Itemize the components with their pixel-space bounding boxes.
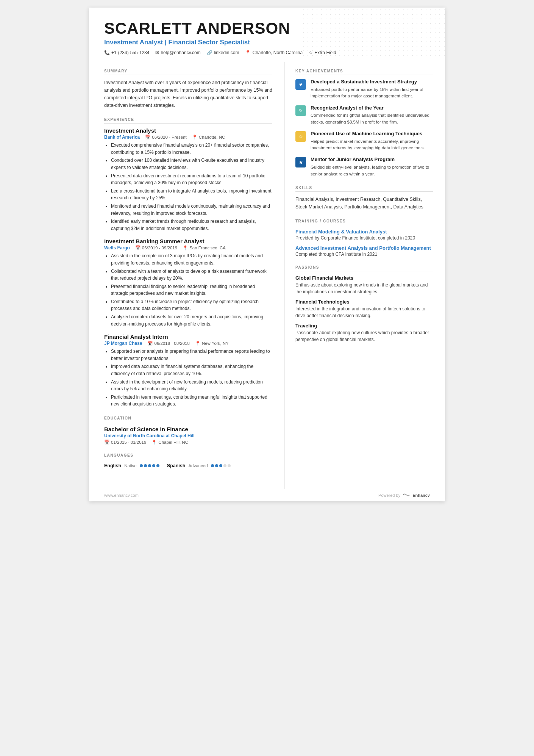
- skills-label: SKILLS: [295, 186, 433, 192]
- job-meta-3: JP Morgan Chase 📅 06/2018 - 08/2018 📍 Ne…: [104, 341, 272, 346]
- achievement-desc-2: Commended for insightful analysis that i…: [311, 112, 433, 125]
- bullet-3-2: Improved data accuracy in financial syst…: [111, 363, 272, 377]
- training-desc-1: Provided by Corporate Finance Institute,…: [295, 235, 433, 241]
- dot-s5: [228, 464, 231, 467]
- passion-2: Financial Technologies Interested in the…: [295, 299, 433, 319]
- training-section: TRAINING / COURSES Financial Modeling & …: [295, 219, 433, 257]
- footer: www.enhancv.com Powered by Enhancv: [89, 489, 445, 501]
- job-company-3: JP Morgan Chase: [104, 341, 142, 346]
- experience-label: EXPERIENCE: [104, 117, 272, 124]
- footer-website: www.enhancv.com: [104, 493, 139, 498]
- education-school: University of North Carolina at Chapel H…: [104, 433, 272, 438]
- training-label: TRAINING / COURSES: [295, 219, 433, 225]
- bullet-3-1: Supported senior analysts in preparing f…: [111, 348, 272, 362]
- achievement-1: ♥ Developed a Sustainable Investment Str…: [295, 79, 433, 99]
- enhancv-logo-icon: [403, 492, 410, 498]
- achievement-desc-4: Guided six entry-level analysts, leading…: [311, 164, 433, 177]
- bullet-1-6: Identified early market trends through m…: [111, 218, 272, 232]
- right-column: KEY ACHIEVEMENTS ♥ Developed a Sustainab…: [285, 62, 445, 489]
- bullet-1-3: Presented data-driven investment recomme…: [111, 172, 272, 186]
- body-content: SUMMARY Investment Analyst with over 4 y…: [89, 62, 445, 489]
- achievement-title-4: Mentor for Junior Analysts Program: [311, 157, 433, 163]
- bullet-3-3: Assisted in the development of new forec…: [111, 379, 272, 393]
- job-title-1: Investment Analyst: [104, 127, 272, 134]
- summary-section: SUMMARY Investment Analyst with over 4 y…: [104, 69, 272, 109]
- bullet-1-1: Executed comprehensive financial analysi…: [111, 142, 272, 156]
- languages-row: English Native Spanish Advanced: [104, 463, 272, 468]
- skills-text: Financial Analysis, Investment Research,…: [295, 196, 433, 211]
- job-dates-1: 📅 06/2020 - Present: [145, 135, 186, 140]
- training-desc-2: Completed through CFA Institute in 2021: [295, 252, 433, 257]
- passions-section: PASSIONS Global Financial Markets Enthus…: [295, 265, 433, 343]
- experience-section: EXPERIENCE Investment Analyst Bank of Am…: [104, 117, 272, 408]
- edu-location: 📍 Chapel Hill, NC: [151, 440, 188, 445]
- job-dates-3: 📅 06/2018 - 08/2018: [147, 341, 189, 346]
- lang-dots-spanish: [211, 464, 231, 467]
- location-icon: 📍: [245, 50, 251, 55]
- achievement-content-1: Developed a Sustainable Investment Strat…: [311, 79, 433, 99]
- linkedin-contact: 🔗 linkedin.com: [207, 50, 239, 55]
- training-title-1: Financial Modeling & Valuation Analyst: [295, 229, 433, 235]
- dot-2: [144, 464, 147, 467]
- phone-icon: 📞: [104, 50, 110, 55]
- bullet-1-4: Led a cross-functional team to integrate…: [111, 188, 272, 202]
- job-location-2: 📍 San Francisco, CA: [183, 245, 226, 250]
- bullet-2-2: Collaborated with a team of analysts to …: [111, 268, 272, 282]
- powered-by-text: Powered by: [378, 493, 400, 498]
- achievement-2: ✎ Recognized Analyst of the Year Commend…: [295, 105, 433, 125]
- bullet-2-3: Presented financial findings to senior l…: [111, 283, 272, 297]
- calendar-icon-3: 📅: [147, 341, 153, 346]
- job-bullets-2: Assisted in the completion of 3 major IP…: [104, 252, 272, 327]
- brand-name: Enhancv: [412, 493, 430, 498]
- job-bullets-3: Supported senior analysts in preparing f…: [104, 348, 272, 408]
- achievement-desc-3: Helped predict market movements accurate…: [311, 138, 433, 152]
- decorative-dots: [301, 8, 445, 57]
- achievement-title-3: Pioneered Use of Machine Learning Techni…: [311, 131, 433, 137]
- summary-text: Investment Analyst with over 4 years of …: [104, 79, 272, 109]
- lang-name-english: English: [104, 463, 121, 468]
- header-section: SCARLETT ANDERSON Investment Analyst | F…: [89, 8, 445, 62]
- job-financial-intern: Financial Analyst Intern JP Morgan Chase…: [104, 333, 272, 408]
- dot-3: [148, 464, 151, 467]
- dot-s1: [211, 464, 214, 467]
- location-icon-2: 📍: [183, 245, 188, 250]
- education-label: EDUCATION: [104, 416, 272, 422]
- passion-title-3: Traveling: [295, 323, 433, 329]
- achievement-title-1: Developed a Sustainable Investment Strat…: [311, 79, 433, 85]
- achievement-icon-3: ☆: [295, 131, 306, 142]
- job-company-1: Bank of America: [104, 135, 140, 140]
- email-icon: ✉: [155, 50, 159, 55]
- achievement-icon-2: ✎: [295, 105, 306, 116]
- education-section: EDUCATION Bachelor of Science in Finance…: [104, 416, 272, 445]
- bullet-1-2: Conducted over 100 detailed interviews w…: [111, 157, 272, 171]
- job-location-3: 📍 New York, NY: [195, 341, 229, 346]
- passion-desc-2: Interested in the integration and innova…: [295, 305, 433, 319]
- achievement-icon-4: ★: [295, 157, 306, 167]
- summary-label: SUMMARY: [104, 69, 272, 75]
- dot-1: [140, 464, 143, 467]
- footer-right: Powered by Enhancv: [378, 492, 430, 498]
- job-meta-1: Bank of America 📅 06/2020 - Present 📍 Ch…: [104, 135, 272, 140]
- calendar-icon-edu: 📅: [104, 440, 109, 445]
- job-investment-analyst: Investment Analyst Bank of America 📅 06/…: [104, 127, 272, 232]
- bullet-2-5: Analyzed complex datasets for over 20 me…: [111, 313, 272, 327]
- left-column: SUMMARY Investment Analyst with over 4 y…: [89, 62, 285, 489]
- languages-label: LANGUAGES: [104, 453, 272, 459]
- job-location-1: 📍 Charlotte, NC: [192, 135, 225, 140]
- achievement-4: ★ Mentor for Junior Analysts Program Gui…: [295, 157, 433, 177]
- achievement-content-2: Recognized Analyst of the Year Commended…: [311, 105, 433, 125]
- achievement-content-3: Pioneered Use of Machine Learning Techni…: [311, 131, 433, 151]
- achievement-3: ☆ Pioneered Use of Machine Learning Tech…: [295, 131, 433, 151]
- lang-level-english: Native: [124, 463, 137, 468]
- job-dates-2: 📅 06/2019 - 09/2019: [135, 245, 177, 250]
- skills-section: SKILLS Financial Analysis, Investment Re…: [295, 186, 433, 211]
- achievement-title-2: Recognized Analyst of the Year: [311, 105, 433, 111]
- achievement-desc-1: Enhanced portfolio performance by 18% wi…: [311, 86, 433, 100]
- training-1: Financial Modeling & Valuation Analyst P…: [295, 229, 433, 241]
- job-company-2: Wells Fargo: [104, 245, 130, 250]
- achievement-icon-1: ♥: [295, 79, 306, 90]
- dot-5: [156, 464, 159, 467]
- training-title-2: Advanced Investment Analysis and Portfol…: [295, 245, 433, 251]
- passion-title-2: Financial Technologies: [295, 299, 433, 305]
- bullet-3-4: Participated in team meetings, contribut…: [111, 394, 272, 408]
